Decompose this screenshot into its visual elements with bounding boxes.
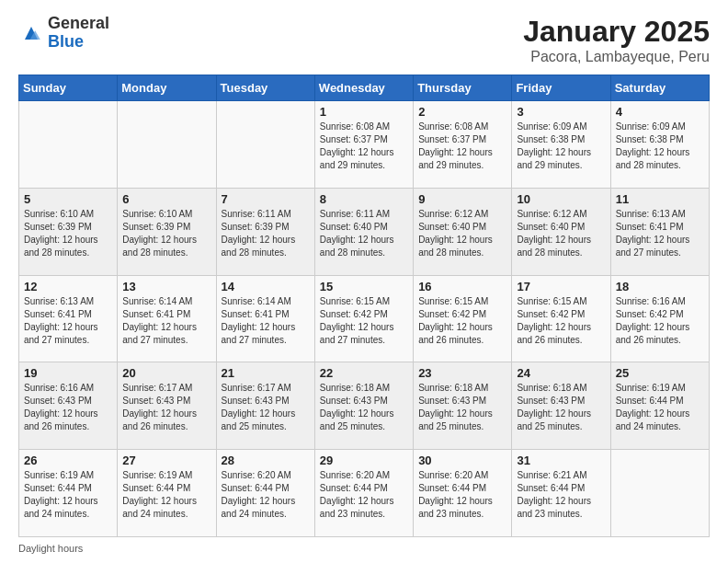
table-row (216, 101, 314, 189)
day-number: 2 (418, 105, 506, 119)
day-number: 26 (24, 454, 112, 467)
day-info: Sunrise: 6:11 AM Sunset: 6:40 PM Dayligh… (320, 208, 408, 259)
col-monday: Monday (118, 75, 216, 101)
day-number: 7 (222, 192, 310, 206)
day-info: Sunrise: 6:20 AM Sunset: 6:44 PM Dayligh… (320, 469, 408, 521)
day-info: Sunrise: 6:14 AM Sunset: 6:41 PM Dayligh… (122, 295, 210, 347)
day-number: 22 (320, 366, 408, 380)
header-row: Sunday Monday Tuesday Wednesday Thursday… (19, 75, 710, 101)
logo-text: General Blue (48, 15, 109, 52)
day-number: 23 (418, 366, 506, 380)
day-number: 27 (122, 454, 210, 467)
table-row: 5Sunrise: 6:10 AM Sunset: 6:39 PM Daylig… (19, 188, 118, 275)
day-info: Sunrise: 6:15 AM Sunset: 6:42 PM Dayligh… (320, 295, 408, 347)
col-saturday: Saturday (610, 75, 709, 101)
day-number: 3 (517, 105, 605, 119)
table-row: 15Sunrise: 6:15 AM Sunset: 6:42 PM Dayli… (314, 275, 413, 362)
col-sunday: Sunday (19, 75, 118, 101)
table-row: 18Sunrise: 6:16 AM Sunset: 6:42 PM Dayli… (610, 275, 709, 362)
day-number: 9 (418, 192, 506, 206)
day-info: Sunrise: 6:21 AM Sunset: 6:44 PM Dayligh… (517, 469, 605, 521)
table-row: 27Sunrise: 6:19 AM Sunset: 6:44 PM Dayli… (118, 450, 216, 537)
table-row: 8Sunrise: 6:11 AM Sunset: 6:40 PM Daylig… (314, 188, 413, 275)
table-row: 12Sunrise: 6:13 AM Sunset: 6:41 PM Dayli… (19, 275, 118, 362)
day-number: 6 (122, 192, 210, 206)
calendar-title: January 2025 (523, 15, 710, 49)
day-number: 17 (517, 280, 605, 293)
calendar-subtitle: Pacora, Lambayeque, Peru (523, 49, 710, 65)
day-info: Sunrise: 6:18 AM Sunset: 6:43 PM Dayligh… (320, 382, 408, 433)
logo-blue: Blue (48, 33, 109, 52)
table-row: 2Sunrise: 6:08 AM Sunset: 6:37 PM Daylig… (414, 101, 512, 189)
day-number: 5 (24, 192, 112, 206)
day-info: Sunrise: 6:10 AM Sunset: 6:39 PM Dayligh… (122, 208, 210, 259)
day-number: 12 (24, 280, 112, 293)
day-number: 10 (517, 192, 605, 206)
daylight-label: Daylight hours (18, 543, 83, 554)
table-row: 6Sunrise: 6:10 AM Sunset: 6:39 PM Daylig… (118, 188, 216, 275)
table-row: 4Sunrise: 6:09 AM Sunset: 6:38 PM Daylig… (610, 101, 709, 189)
table-row: 1Sunrise: 6:08 AM Sunset: 6:37 PM Daylig… (314, 101, 413, 189)
table-row (610, 450, 709, 537)
day-info: Sunrise: 6:14 AM Sunset: 6:41 PM Dayligh… (222, 295, 310, 347)
calendar-table: Sunday Monday Tuesday Wednesday Thursday… (18, 75, 710, 537)
day-number: 18 (616, 280, 704, 293)
calendar-week-5: 26Sunrise: 6:19 AM Sunset: 6:44 PM Dayli… (19, 450, 710, 537)
day-info: Sunrise: 6:18 AM Sunset: 6:43 PM Dayligh… (517, 382, 605, 433)
day-info: Sunrise: 6:16 AM Sunset: 6:42 PM Dayligh… (616, 295, 704, 347)
col-wednesday: Wednesday (314, 75, 413, 101)
calendar-header: Sunday Monday Tuesday Wednesday Thursday… (19, 75, 710, 101)
table-row: 19Sunrise: 6:16 AM Sunset: 6:43 PM Dayli… (19, 362, 118, 450)
calendar-week-2: 5Sunrise: 6:10 AM Sunset: 6:39 PM Daylig… (19, 188, 710, 275)
table-row: 13Sunrise: 6:14 AM Sunset: 6:41 PM Dayli… (118, 275, 216, 362)
day-info: Sunrise: 6:12 AM Sunset: 6:40 PM Dayligh… (517, 208, 605, 259)
day-number: 14 (222, 280, 310, 293)
day-info: Sunrise: 6:08 AM Sunset: 6:37 PM Dayligh… (320, 121, 408, 172)
table-row: 7Sunrise: 6:11 AM Sunset: 6:39 PM Daylig… (216, 188, 314, 275)
table-row: 11Sunrise: 6:13 AM Sunset: 6:41 PM Dayli… (610, 188, 709, 275)
col-friday: Friday (512, 75, 610, 101)
day-info: Sunrise: 6:13 AM Sunset: 6:41 PM Dayligh… (616, 208, 704, 259)
day-number: 11 (616, 192, 704, 206)
day-info: Sunrise: 6:20 AM Sunset: 6:44 PM Dayligh… (222, 469, 310, 521)
day-info: Sunrise: 6:17 AM Sunset: 6:43 PM Dayligh… (122, 382, 210, 433)
calendar-body: 1Sunrise: 6:08 AM Sunset: 6:37 PM Daylig… (19, 101, 710, 537)
table-row: 16Sunrise: 6:15 AM Sunset: 6:42 PM Dayli… (414, 275, 512, 362)
day-info: Sunrise: 6:18 AM Sunset: 6:43 PM Dayligh… (418, 382, 506, 433)
col-tuesday: Tuesday (216, 75, 314, 101)
day-number: 19 (24, 366, 112, 380)
table-row: 28Sunrise: 6:20 AM Sunset: 6:44 PM Dayli… (216, 450, 314, 537)
day-number: 28 (222, 454, 310, 467)
table-row: 10Sunrise: 6:12 AM Sunset: 6:40 PM Dayli… (512, 188, 610, 275)
day-number: 20 (122, 366, 210, 380)
day-number: 13 (122, 280, 210, 293)
logo: General Blue (18, 15, 109, 52)
day-info: Sunrise: 6:15 AM Sunset: 6:42 PM Dayligh… (418, 295, 506, 347)
table-row: 30Sunrise: 6:20 AM Sunset: 6:44 PM Dayli… (414, 450, 512, 537)
title-block: January 2025 Pacora, Lambayeque, Peru (523, 15, 710, 65)
table-row: 25Sunrise: 6:19 AM Sunset: 6:44 PM Dayli… (610, 362, 709, 450)
day-number: 30 (418, 454, 506, 467)
page: General Blue January 2025 Pacora, Lambay… (0, 0, 728, 563)
table-row: 31Sunrise: 6:21 AM Sunset: 6:44 PM Dayli… (512, 450, 610, 537)
header: General Blue January 2025 Pacora, Lambay… (18, 15, 710, 65)
day-number: 16 (418, 280, 506, 293)
day-number: 31 (517, 454, 605, 467)
day-info: Sunrise: 6:19 AM Sunset: 6:44 PM Dayligh… (122, 469, 210, 521)
footer-note: Daylight hours (18, 543, 710, 554)
logo-general: General (48, 15, 109, 33)
day-info: Sunrise: 6:17 AM Sunset: 6:43 PM Dayligh… (222, 382, 310, 433)
calendar-week-4: 19Sunrise: 6:16 AM Sunset: 6:43 PM Dayli… (19, 362, 710, 450)
logo-icon (18, 20, 44, 46)
day-info: Sunrise: 6:19 AM Sunset: 6:44 PM Dayligh… (616, 382, 704, 433)
day-info: Sunrise: 6:15 AM Sunset: 6:42 PM Dayligh… (517, 295, 605, 347)
table-row: 20Sunrise: 6:17 AM Sunset: 6:43 PM Dayli… (118, 362, 216, 450)
day-info: Sunrise: 6:19 AM Sunset: 6:44 PM Dayligh… (24, 469, 112, 521)
table-row: 26Sunrise: 6:19 AM Sunset: 6:44 PM Dayli… (19, 450, 118, 537)
calendar-week-1: 1Sunrise: 6:08 AM Sunset: 6:37 PM Daylig… (19, 101, 710, 189)
day-info: Sunrise: 6:09 AM Sunset: 6:38 PM Dayligh… (517, 121, 605, 172)
table-row: 14Sunrise: 6:14 AM Sunset: 6:41 PM Dayli… (216, 275, 314, 362)
table-row: 23Sunrise: 6:18 AM Sunset: 6:43 PM Dayli… (414, 362, 512, 450)
day-number: 1 (320, 105, 408, 119)
calendar-week-3: 12Sunrise: 6:13 AM Sunset: 6:41 PM Dayli… (19, 275, 710, 362)
